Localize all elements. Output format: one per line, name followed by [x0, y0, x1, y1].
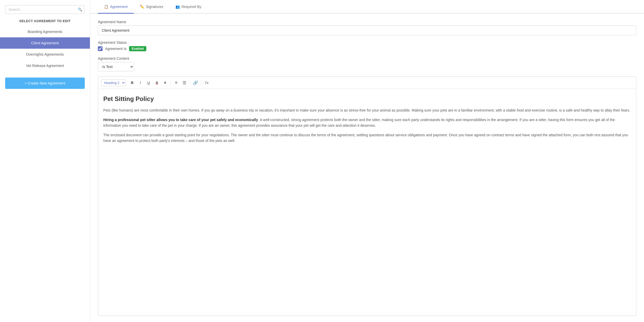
tabs-nav: 📋 Agreement ✏️ Signatures 👥 Required By	[90, 0, 644, 14]
editor-container: Heading 1 Heading 2 Heading 3 Paragraph …	[98, 77, 636, 316]
signatures-tab-icon: ✏️	[140, 5, 144, 9]
search-icon: 🔍	[78, 7, 82, 12]
editor-toolbar: Heading 1 Heading 2 Heading 3 Paragraph …	[98, 77, 636, 89]
agreement-name-group: Agreement Name	[98, 20, 636, 35]
tab-required-by[interactable]: 👥 Required By	[169, 0, 207, 14]
sidebar-item-client[interactable]: Client Agreement	[0, 37, 90, 49]
main-content: 📋 Agreement ✏️ Signatures 👥 Required By …	[90, 0, 644, 322]
editor-paragraph-2-bold: Hiring a professional pet sitter allows …	[103, 118, 258, 122]
link-button[interactable]: 🔗	[192, 79, 199, 87]
agreement-tab-label: Agreement	[110, 5, 128, 9]
toolbar-divider-1	[171, 80, 171, 85]
toolbar-divider-3	[201, 80, 201, 85]
editor-paragraph-3: The enclosed document can provide a good…	[103, 132, 631, 144]
tab-agreement[interactable]: 📋 Agreement	[98, 0, 134, 14]
agreement-tab-icon: 📋	[104, 5, 108, 9]
ordered-list-button[interactable]: ≡	[172, 79, 180, 87]
editor-heading: Pet Sitting Policy	[103, 94, 631, 104]
underline-button[interactable]: U	[145, 79, 152, 87]
agreement-name-label: Agreement Name	[98, 20, 636, 24]
unordered-list-button[interactable]: ☰	[181, 79, 188, 87]
bold-button[interactable]: B	[128, 79, 136, 87]
agreement-content-group: Agreement Content Is Text Is File	[98, 56, 636, 71]
agreement-status-label: Agreement Status	[98, 40, 636, 45]
clear-format-button[interactable]: Tx	[203, 79, 210, 87]
signatures-tab-label: Signatures	[146, 5, 163, 9]
create-agreement-button[interactable]: + Create New Agreement	[5, 78, 85, 89]
agreement-enabled-checkbox[interactable]	[98, 46, 103, 51]
tab-signatures[interactable]: ✏️ Signatures	[134, 0, 169, 14]
sidebar-item-overnights[interactable]: Overnights Agreements	[0, 49, 90, 60]
required-by-tab-label: Required By	[181, 5, 201, 9]
strikethrough-button[interactable]: A̶	[161, 79, 169, 87]
toolbar-divider-2	[190, 80, 190, 85]
status-row: Agreement Is Enabled	[98, 46, 636, 51]
sidebar-heading: SELECT AGREEMENT TO EDIT	[0, 19, 90, 23]
sidebar-item-boarding[interactable]: Boarding Agreements	[0, 26, 90, 37]
text-color-button[interactable]: A	[153, 79, 161, 87]
agreement-name-input[interactable]	[98, 26, 636, 35]
heading-select[interactable]: Heading 1 Heading 2 Heading 3 Paragraph	[101, 79, 126, 86]
agreement-status-group: Agreement Status Agreement Is Enabled	[98, 40, 636, 51]
sidebar: 🔍 SELECT AGREEMENT TO EDIT Boarding Agre…	[0, 0, 90, 322]
sidebar-item-vet-release[interactable]: Vet Release Agreement	[0, 60, 90, 71]
agreement-is-label: Agreement Is	[105, 47, 126, 51]
agreement-content-label: Agreement Content	[98, 56, 636, 61]
search-box: 🔍	[5, 5, 85, 14]
editor-paragraph-2: Hiring a professional pet sitter allows …	[103, 117, 631, 129]
content-type-select[interactable]: Is Text Is File	[98, 62, 134, 71]
editor-paragraph-1: Pets (like humans) are most comfortable …	[103, 107, 631, 113]
form-area: Agreement Name Agreement Status Agreemen…	[90, 14, 644, 322]
editor-body[interactable]: Pet Sitting Policy Pets (like humans) ar…	[98, 89, 636, 316]
italic-button[interactable]: I	[137, 79, 144, 87]
search-input[interactable]	[5, 5, 85, 14]
app-container: 🔍 SELECT AGREEMENT TO EDIT Boarding Agre…	[0, 0, 644, 322]
required-by-tab-icon: 👥	[175, 5, 180, 9]
enabled-badge: Enabled	[129, 46, 146, 51]
